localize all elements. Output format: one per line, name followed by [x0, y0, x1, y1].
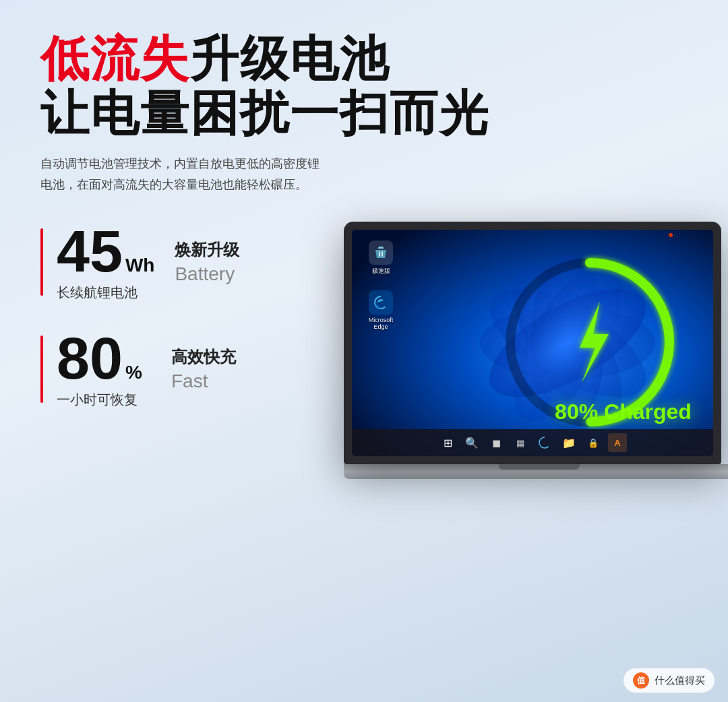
taskbar-widgets-icon[interactable]: ▦ [511, 433, 530, 452]
stat-border-fastcharge [40, 336, 43, 403]
stat-numbers-battery: 45 Wh 长续航锂电池 [57, 222, 154, 302]
recycle-icon [369, 241, 393, 265]
stat-label-cn-fastcharge: 高效快充 [171, 346, 236, 368]
watermark: 值 什么值得买 [624, 668, 715, 693]
stat-battery: 45 Wh 长续航锂电池 焕新升级 Battery [40, 222, 344, 302]
stat-number-battery: 45 [57, 222, 123, 281]
desktop-icon-recycle: 极速版 [364, 241, 398, 276]
subtitle: 自动调节电池管理技术，内置自放电更低的高密度锂电池，在面对高流失的大容量电池也能… [40, 154, 324, 195]
taskbar-folder-icon[interactable]: 📁 [559, 433, 578, 452]
stats-panel: 45 Wh 长续航锂电池 焕新升级 Battery 80 % [40, 222, 344, 436]
stat-unit-battery: Wh [125, 255, 155, 276]
taskbar-store-icon[interactable]: A [608, 433, 627, 452]
taskbar-task-icon[interactable]: ◼ [487, 433, 506, 452]
desktop-icon-edge: MicrosoftEdge [364, 290, 398, 330]
taskbar-edge-icon[interactable] [535, 433, 554, 452]
stat-value-row-fastcharge: 80 % [57, 329, 151, 388]
stat-value-row-battery: 45 Wh [57, 222, 154, 281]
edge-icon [369, 290, 393, 315]
stat-desc-battery: 长续航锂电池 [57, 284, 154, 302]
laptop-mockup: 极速版 MicrosoftEdge [344, 222, 721, 484]
content-row: 45 Wh 长续航锂电池 焕新升级 Battery 80 % [40, 222, 688, 689]
laptop-area: 极速版 MicrosoftEdge [344, 222, 721, 484]
stat-numbers-fastcharge: 80 % 一小时可恢复 [57, 329, 151, 409]
stat-unit-fastcharge: % [125, 362, 142, 383]
stat-label-cn-battery: 焕新升级 [175, 239, 239, 261]
stat-desc-fastcharge: 一小时可恢复 [57, 391, 151, 409]
title-line2: 让电量困扰一扫而光 [40, 86, 688, 141]
stat-label-fastcharge: 高效快充 Fast [171, 346, 236, 392]
taskbar-windows-icon[interactable]: ⊞ [438, 433, 457, 452]
title-line1-suffix: 升级电池 [190, 32, 390, 86]
taskbar-lock-icon[interactable]: 🔒 [584, 433, 603, 452]
laptop-screen-outer: 极速版 MicrosoftEdge [344, 222, 721, 464]
charged-percent: 80% [555, 400, 598, 424]
watermark-logo: 值 [633, 672, 649, 689]
stat-fastcharge: 80 % 一小时可恢复 高效快充 Fast [40, 329, 344, 409]
stat-label-en-fastcharge: Fast [171, 371, 208, 392]
hero-title: 低流失升级电池 让电量困扰一扫而光 [40, 32, 688, 141]
stat-label-battery: 焕新升级 Battery [175, 239, 239, 285]
title-highlight: 低流失 [40, 32, 190, 86]
charged-text: 80% Charged [555, 400, 692, 424]
title-line1: 低流失升级电池 [40, 32, 688, 86]
taskbar: ⊞ 🔍 ◼ ▦ 📁 🔒 A [352, 429, 713, 456]
recycle-label: 极速版 [372, 267, 390, 276]
charged-label: Charged [604, 400, 692, 424]
laptop-base-notch [499, 464, 580, 470]
watermark-site: 什么值得买 [655, 674, 705, 687]
stat-border-battery [40, 228, 43, 296]
edge-label: MicrosoftEdge [369, 317, 394, 330]
stat-label-en-battery: Battery [175, 263, 235, 285]
taskbar-search-icon[interactable]: 🔍 [462, 433, 481, 452]
laptop-base [344, 464, 728, 479]
main-container: 低流失升级电池 让电量困扰一扫而光 自动调节电池管理技术，内置自放电更低的高密度… [0, 0, 728, 702]
stat-number-fastcharge: 80 [57, 329, 123, 388]
laptop-screen: 极速版 MicrosoftEdge [352, 230, 713, 456]
